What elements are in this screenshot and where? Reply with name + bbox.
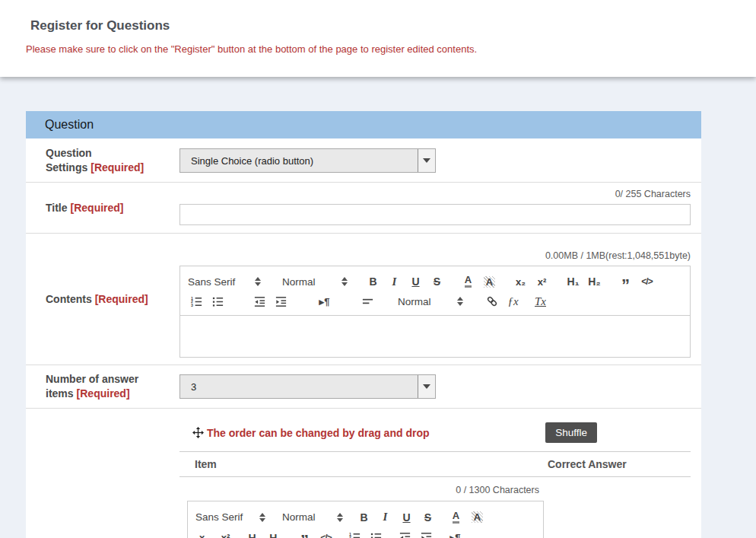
heading-picker-label: Normal [282,276,316,288]
font-picker-label: Sans Serif [195,511,243,523]
bold-icon[interactable]: B [355,509,373,526]
required-badge: [Required] [77,387,130,400]
row-contents: Contents[Required] 0.00MB / 1MB(rest:1,0… [26,234,701,365]
align-icon[interactable] [359,293,376,310]
title-label: Title[Required] [26,201,179,215]
text-direction-icon[interactable]: ▸¶ [316,293,333,310]
size-picker-label: Normal [398,296,431,307]
answer-items-control: The order can be changed by drag and dro… [179,409,701,538]
page-title: Register for Questions [0,0,756,33]
contents-label: Contents[Required] [26,292,179,307]
page-header: Register for Questions Please make sure … [0,0,756,77]
blockquote-icon[interactable]: ” [617,270,634,294]
size-picker[interactable]: Normal [398,296,463,307]
background-color-icon[interactable]: A [469,509,486,526]
subscript-icon[interactable]: x₂ [512,273,529,290]
bullet-list-icon[interactable] [367,530,385,538]
title-char-counter: 0/ 255 Characters [179,189,691,199]
outdent-icon[interactable] [251,293,268,310]
title-control: 0/ 255 Characters [179,183,701,233]
picker-arrows-icon [255,277,261,286]
question-settings-control: Single Choice (radio button) [179,138,701,182]
clean-format-icon[interactable]: Tx [532,293,549,310]
row-question-settings: Question Settings[Required] Single Choic… [26,138,701,183]
contents-editor-textarea[interactable] [180,316,690,357]
item1-editor-toolbar: Sans Serif Normal B I U S [188,501,543,538]
underline-icon[interactable]: U [398,509,415,526]
items-table-header: Item Correct Answer [179,451,691,477]
question-type-selected-value: Single Choice (radio button) [180,149,418,172]
outdent-icon[interactable] [396,530,414,538]
header-2-icon[interactable]: H₂ [586,273,603,290]
header-2-icon[interactable]: H₂ [267,530,284,538]
text-color-icon[interactable]: A [447,509,465,526]
header-1-icon[interactable]: H₁ [246,530,263,538]
picker-arrows-icon [259,513,265,522]
underline-icon[interactable]: U [407,273,424,290]
svg-text:3: 3 [191,303,193,307]
indent-icon[interactable] [418,530,435,538]
drag-drop-note: The order can be changed by drag and dro… [207,427,430,439]
contents-control: 0.00MB / 1MB(rest:1,048,551byte) Sans Se… [179,234,701,365]
font-picker-label: Sans Serif [188,276,235,288]
question-type-select[interactable]: Single Choice (radio button) [179,148,436,173]
font-picker[interactable]: Sans Serif [188,276,261,288]
subscript-icon[interactable]: x₂ [195,530,213,538]
item1-char-counter: 0 / 1300 Characters [179,485,544,495]
code-block-icon[interactable]: </> [317,530,335,538]
row-title: Title[Required] 0/ 255 Characters [26,183,701,234]
section-header-question: Question [26,111,701,138]
background-color-icon[interactable]: A [481,273,498,290]
bold-icon[interactable]: B [364,273,382,290]
item1-editor: Sans Serif Normal B I U S [187,501,544,538]
chevron-down-icon[interactable] [418,375,435,398]
ordered-list-icon[interactable]: 123 [346,530,364,538]
link-icon[interactable] [483,293,500,310]
picker-arrows-icon [341,277,348,286]
chevron-down-icon[interactable] [418,149,435,172]
indent-icon[interactable] [272,293,290,310]
row-number-of-items: Number of answer items[Required] 3 [26,365,701,409]
font-picker[interactable]: Sans Serif [195,511,265,523]
page-notice: Please make sure to click on the "Regist… [0,33,756,55]
picker-arrows-icon [457,297,463,306]
required-badge: [Required] [71,202,124,214]
column-header-item: Item [179,458,548,470]
superscript-icon[interactable]: x² [533,273,551,290]
contents-editor-toolbar: Sans Serif Normal B I U S [180,266,690,316]
text-direction-icon[interactable]: ▸¶ [446,530,464,538]
formula-icon[interactable]: ƒx [504,293,522,310]
italic-icon[interactable]: I [376,509,394,526]
label-text: Contents [46,293,92,305]
heading-picker-label: Normal [282,511,316,523]
required-badge: [Required] [91,161,144,173]
heading-picker[interactable]: Normal [282,511,343,523]
required-badge: [Required] [95,293,148,305]
strikethrough-icon[interactable]: S [419,509,437,526]
blockquote-icon[interactable]: ” [296,526,313,538]
column-header-correct-answer: Correct Answer [548,458,691,470]
ordered-list-icon[interactable]: 123 [188,293,205,310]
number-of-items-select[interactable]: 3 [179,374,436,399]
number-of-items-label: Number of answer items[Required] [26,372,179,401]
shuffle-button[interactable]: Shuffle [545,422,597,443]
contents-editor: Sans Serif Normal B I U S [179,266,691,358]
superscript-icon[interactable]: x² [217,530,234,538]
label-text: Question Settings [46,147,92,173]
picker-arrows-icon [337,513,343,522]
items-toolbar: The order can be changed by drag and dro… [179,409,691,451]
header-1-icon[interactable]: H₁ [564,273,582,290]
number-of-items-control: 3 [179,365,701,408]
row-answer-items: The order can be changed by drag and dro… [26,409,701,538]
question-settings-label: Question Settings[Required] [26,146,179,175]
number-of-items-selected-value: 3 [180,375,418,398]
heading-picker[interactable]: Normal [282,276,348,288]
code-block-icon[interactable]: </> [638,273,656,290]
contents-size-counter: 0.00MB / 1MB(rest:1,048,551byte) [179,250,691,261]
text-color-icon[interactable]: A [459,273,477,290]
question-form-card: Question Question Settings[Required] Sin… [26,111,701,538]
title-input[interactable] [179,204,691,225]
bullet-list-icon[interactable] [209,293,227,310]
strikethrough-icon[interactable]: S [428,273,446,290]
italic-icon[interactable]: I [386,273,403,290]
